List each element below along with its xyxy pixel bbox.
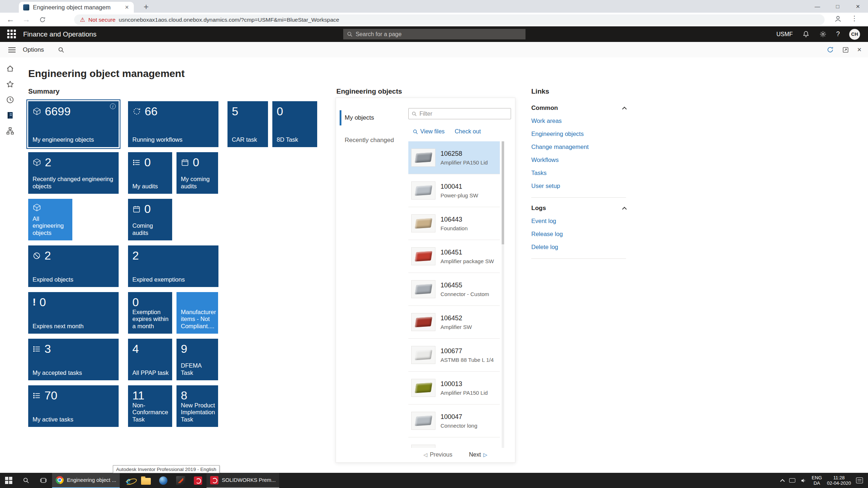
filter-box[interactable]: [408, 108, 511, 119]
tile-new-product-implementation-task[interactable]: 8 New Product Implemtation Task: [176, 385, 218, 427]
app-title[interactable]: Finance and Operations: [23, 30, 97, 38]
links-group-common[interactable]: Common: [531, 102, 626, 114]
object-list-item[interactable]: 106258Amplifier PA150 Lid: [408, 141, 500, 174]
link-workflows[interactable]: Workflows: [531, 153, 626, 166]
user-avatar[interactable]: CH: [849, 29, 860, 40]
browser-tab[interactable]: Engineering object managem ×: [19, 2, 134, 13]
check-out-link[interactable]: Check out: [455, 128, 481, 135]
tile-my-coming-audits[interactable]: 0 My coming audits: [176, 152, 218, 194]
window-close-button[interactable]: ×: [848, 0, 868, 13]
link-release-log[interactable]: Release log: [531, 227, 626, 240]
taskbar-search-icon[interactable]: [17, 473, 35, 488]
company-selector[interactable]: USMF: [776, 31, 793, 38]
scrollbar-thumb[interactable]: [502, 141, 504, 244]
tile-non-conformance-task[interactable]: 11 Non-Conformance Task: [128, 385, 172, 427]
link-delete-log[interactable]: Delete log: [531, 240, 626, 253]
file-explorer-icon[interactable]: [137, 473, 154, 488]
object-list-item[interactable]: 100047Connector long: [408, 404, 500, 437]
browser-forward-button[interactable]: →: [21, 14, 32, 25]
not-secure-label[interactable]: Not secure: [88, 17, 115, 23]
tile-8d-task[interactable]: 0 8D Task: [272, 101, 317, 147]
link-tasks[interactable]: Tasks: [531, 166, 626, 179]
solidworks-icon[interactable]: [189, 473, 207, 488]
object-list-item[interactable]: 100013Amplifier PA150 Lid: [408, 372, 500, 404]
tile-expires-next-month[interactable]: ! 0 Expires next month: [28, 292, 119, 334]
modules-sitemap-icon[interactable]: [5, 126, 15, 136]
address-bar[interactable]: ⚠ Not secure usnconeboxax1aos.cloud.oneb…: [74, 14, 825, 25]
settings-gear-icon[interactable]: [819, 30, 827, 38]
nav-hamburger-icon[interactable]: [8, 47, 16, 52]
recent-clock-icon[interactable]: [5, 95, 15, 104]
info-icon[interactable]: i: [110, 103, 116, 109]
link-engineering-objects[interactable]: Engineering objects: [531, 127, 626, 140]
autodesk-inventor-icon[interactable]: [172, 473, 189, 488]
tray-network-icon[interactable]: [789, 478, 795, 483]
object-list-item[interactable]: 106452Amplifier SW: [408, 306, 500, 339]
links-group-logs[interactable]: Logs: [531, 202, 626, 214]
open-in-new-window-icon[interactable]: [842, 46, 849, 53]
tray-volume-icon[interactable]: [800, 478, 807, 484]
tile-car-task[interactable]: 5 CAR task: [227, 101, 268, 147]
object-list-item[interactable]: 100677ASTMB 88 Tube L 1/4: [408, 339, 500, 372]
tile-my-active-tasks[interactable]: 70 My active tasks: [28, 385, 119, 427]
object-list-item[interactable]: 100041Power-plug SW: [408, 174, 500, 207]
tile-exemption-expires[interactable]: 0 Exemption expires within a month: [128, 292, 172, 334]
filter-input[interactable]: [420, 111, 508, 117]
tab-my-objects[interactable]: My objects: [336, 107, 405, 129]
taskbar-chrome-window[interactable]: Engineering object ...: [52, 473, 120, 488]
window-maximize-button[interactable]: □: [827, 0, 848, 13]
link-change-management[interactable]: Change management: [531, 140, 626, 153]
object-list-item[interactable]: 106451Amplifier package SW: [408, 240, 500, 273]
link-work-areas[interactable]: Work areas: [531, 114, 626, 127]
favorites-star-icon[interactable]: [5, 80, 15, 89]
page-search-input[interactable]: [356, 31, 522, 38]
scrollbar[interactable]: [502, 141, 504, 448]
next-page-button[interactable]: Next ▷: [469, 451, 488, 458]
browser-menu-icon[interactable]: ⋮: [851, 14, 858, 22]
link-user-setup[interactable]: User setup: [531, 179, 626, 192]
tile-dfema-task[interactable]: 9 DFEMA Task: [176, 339, 218, 380]
workspaces-icon[interactable]: [5, 111, 15, 120]
clock[interactable]: 11:28 02-04-2020: [827, 475, 851, 486]
browser-back-button[interactable]: ←: [5, 14, 16, 25]
options-menu[interactable]: Options: [23, 46, 44, 53]
tab-recently-changed[interactable]: Recently changed: [336, 129, 405, 151]
tile-my-engineering-objects[interactable]: i 6699 My engineering objects: [28, 101, 119, 147]
tile-coming-audits[interactable]: 0 Coming audits: [128, 199, 172, 240]
notifications-bell-icon[interactable]: [802, 30, 810, 38]
command-search-icon[interactable]: [58, 47, 64, 53]
task-view-icon[interactable]: [35, 473, 52, 488]
object-list-item[interactable]: 106443Foundation: [408, 207, 500, 240]
previous-page-button[interactable]: ◁ Previous: [424, 451, 452, 458]
action-center-icon[interactable]: [856, 478, 863, 483]
help-icon[interactable]: ?: [836, 30, 840, 38]
new-tab-button[interactable]: +: [140, 1, 152, 12]
close-page-icon[interactable]: ×: [857, 46, 861, 54]
tile-my-accepted-tasks[interactable]: 3 My accepted tasks: [28, 339, 119, 380]
app-sphere-icon[interactable]: [154, 473, 172, 488]
app-launcher-icon[interactable]: [7, 30, 17, 39]
language-indicator[interactable]: ENG DA: [812, 475, 822, 486]
url-text[interactable]: usnconeboxax1aos.cloud.onebox.dynamics.c…: [119, 17, 339, 23]
tray-chevron-up-icon[interactable]: [780, 479, 785, 484]
tile-running-workflows[interactable]: 66 Running workflows: [128, 101, 218, 147]
refresh-icon[interactable]: [826, 46, 834, 53]
page-search-box[interactable]: [343, 29, 526, 39]
internet-explorer-icon[interactable]: e: [120, 473, 137, 488]
browser-reload-button[interactable]: [37, 14, 48, 25]
view-files-link[interactable]: View files: [413, 128, 444, 135]
tile-expired-exemptions[interactable]: 2 Expired exemptions: [128, 245, 218, 287]
tile-all-engineering-objects[interactable]: All engineering objects: [28, 199, 72, 240]
object-list-item[interactable]: 100675: [408, 437, 500, 448]
tile-expired-objects[interactable]: 2 Expired objects: [28, 245, 119, 287]
tile-manufacturer-items[interactable]: Manufacturer items - Not Compliant....: [176, 292, 218, 334]
home-icon[interactable]: [5, 64, 15, 73]
start-button[interactable]: [0, 473, 17, 488]
object-list-item[interactable]: 106455Connector - Custom: [408, 273, 500, 306]
browser-profile-icon[interactable]: [834, 15, 842, 23]
taskbar-solidworks-window[interactable]: SOLIDWORKS Prem...: [207, 473, 279, 488]
tile-recently-changed-objects[interactable]: 2 Recently changed engineering objects: [28, 152, 119, 194]
window-minimize-button[interactable]: —: [807, 0, 827, 13]
tab-close-icon[interactable]: ×: [124, 4, 129, 11]
tile-my-audits[interactable]: 0 My audits: [128, 152, 172, 194]
